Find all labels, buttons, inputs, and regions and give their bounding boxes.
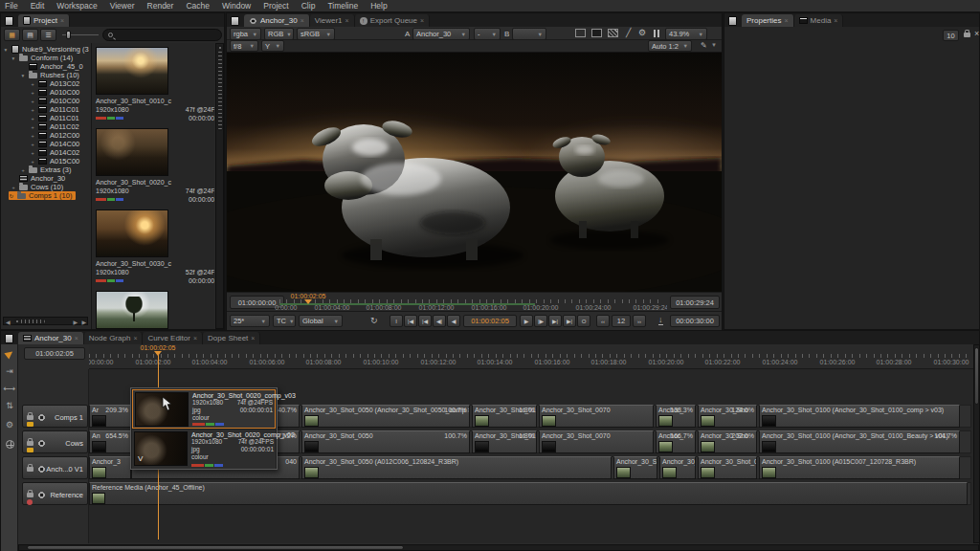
timeline-vscrollbar[interactable] <box>973 344 980 543</box>
timeline-clip[interactable]: Ar209.3% <box>89 405 131 428</box>
close-icon[interactable]: × <box>75 335 78 342</box>
panel-icon[interactable] <box>5 16 13 26</box>
close-icon[interactable]: × <box>60 17 64 24</box>
view-grid-button[interactable]: ▦ <box>4 29 20 41</box>
downrez-dropdown[interactable]: Auto 1:2▼ <box>648 40 692 52</box>
visibility-eye-icon[interactable] <box>37 492 46 498</box>
bin-item-thumbnail[interactable] <box>96 209 168 257</box>
tree-item[interactable]: ▾Conform (14) <box>11 54 73 62</box>
node-count-field[interactable]: 10 <box>943 30 959 41</box>
tab-media[interactable]: Media× <box>794 14 844 27</box>
tree-item[interactable]: ▾Rushes (10) <box>20 71 79 79</box>
timeline-clip[interactable]: Anchor_30_Shot_0050 (Anchor_30_Shot_0050… <box>301 405 470 428</box>
menu-clip[interactable]: Clip <box>301 1 316 11</box>
range-dropdown[interactable]: Global▼ <box>299 315 343 327</box>
skip-back-button[interactable]: ‹‹ <box>596 315 610 327</box>
display-dropdown[interactable]: RGB▼ <box>264 28 294 40</box>
panel-icon[interactable] <box>231 16 239 26</box>
tree-item[interactable]: Anchor_30 <box>11 174 65 183</box>
close-icon[interactable]: × <box>834 17 837 24</box>
gain-dropdown[interactable]: f/8▼ <box>230 40 258 52</box>
panel-icon[interactable] <box>5 334 13 343</box>
close-icon[interactable]: × <box>420 17 424 24</box>
tree-item[interactable]: Anchor_45_0 <box>20 62 83 71</box>
monitor-out-icon[interactable] <box>575 29 586 37</box>
timeline-clip[interactable]: Anchor_30_Shot_0100 (Anchor_30_Shot_0100… <box>759 405 960 428</box>
bin-item-thumbnail[interactable] <box>96 128 168 176</box>
roi-gear-icon[interactable]: ⚙ <box>638 28 646 37</box>
blend-dropdown[interactable]: -▼ <box>474 28 501 40</box>
timeline-clip[interactable]: Anchor_30_Shot_0070 <box>659 456 696 479</box>
timeline-clip[interactable]: Anchor_30_Shot_0100 (Anchor_30_Shot_0100… <box>759 430 960 453</box>
tree-item[interactable]: +A011C01 <box>30 114 79 122</box>
timeline-clip-reference[interactable]: Reference Media (Anchor_45_Offline) <box>89 482 968 505</box>
tab-viewer1[interactable]: Viewer1× <box>310 14 355 27</box>
menu-edit[interactable]: Edit <box>31 1 45 11</box>
multi-tool[interactable] <box>2 347 17 361</box>
bin-item-caption[interactable]: Anchor_30_Shot_0020_c 1920x108074f @24FP… <box>96 179 214 205</box>
track-header-comps[interactable]: Comps 1 <box>22 405 88 428</box>
menu-timeline[interactable]: Timeline <box>327 1 358 11</box>
view-list-button[interactable]: ☰ <box>40 29 56 41</box>
panel-icon[interactable] <box>728 16 737 26</box>
channels-dropdown[interactable]: rgba▼ <box>230 28 261 40</box>
close-icon[interactable]: × <box>251 335 255 342</box>
close-icon[interactable]: × <box>301 17 304 24</box>
loop-icon[interactable]: ↻ <box>370 316 378 325</box>
close-icon[interactable]: × <box>193 335 197 342</box>
visibility-eye-icon[interactable] <box>37 440 46 447</box>
tab-export-queue[interactable]: Export Queue× <box>355 14 430 27</box>
export-frame-icon[interactable]: ↓ <box>658 315 663 325</box>
bin-item-caption[interactable]: Anchor_30_Shot_0030_c 1920x108052f @24FP… <box>96 260 214 286</box>
timeline-hscrollbar[interactable] <box>18 544 979 551</box>
checkerboard-icon[interactable] <box>608 29 618 37</box>
duration-timecode[interactable]: 00:00:30:00 <box>670 315 720 327</box>
scroll-left-icon[interactable]: ◀ <box>6 319 11 325</box>
visibility-eye-icon[interactable] <box>37 414 46 421</box>
close-icon[interactable]: × <box>345 17 349 24</box>
menu-render[interactable]: Render <box>147 1 174 11</box>
bin-vscrollbar[interactable] <box>215 43 224 329</box>
in-point-button[interactable]: I <box>390 315 403 327</box>
tree-item[interactable]: ▾Nuke9_Versioning (3 <box>3 45 89 54</box>
bin-item-caption[interactable]: Anchor_30_Shot_0010_c 1920x108047f @24FP… <box>96 98 214 123</box>
tab-viewer-anchor30[interactable]: Anchor_30× <box>244 14 310 27</box>
tree-item[interactable]: +Extras (3) <box>20 165 72 174</box>
skip-forward-button[interactable]: ›› <box>633 315 646 327</box>
tree-item[interactable]: +A014C00 <box>30 140 79 148</box>
slider-knob[interactable] <box>66 31 71 39</box>
razor-settings-tool[interactable]: ⚙ <box>2 418 17 431</box>
lock-icon[interactable] <box>27 415 33 420</box>
scroll-right-icon[interactable]: ▶ <box>73 319 78 325</box>
input-a-dropdown[interactable]: Anchor_30▼ <box>412 28 470 40</box>
frame-increment-field[interactable]: 12 <box>612 315 631 327</box>
tree-item[interactable]: +A013C02 <box>30 79 79 88</box>
tab-node-graph[interactable]: Node Graph× <box>84 332 144 344</box>
timeline-clip[interactable]: Anchor_30_Sho124.0% <box>698 405 757 428</box>
tab-project[interactable]: Project × <box>18 14 70 27</box>
timeline-clip[interactable]: Anchor_3 <box>89 456 131 479</box>
menu-help[interactable]: Help <box>370 1 387 11</box>
next-edit-button[interactable]: ▶| <box>548 315 562 327</box>
close-icon[interactable]: × <box>133 335 137 342</box>
tab-dope-sheet[interactable]: Dope Sheet× <box>203 332 260 344</box>
input-b-dropdown[interactable]: ▼ <box>512 28 546 40</box>
menu-project[interactable]: Project <box>263 1 288 11</box>
view-cards-button[interactable]: ▤ <box>22 29 38 41</box>
timeline-clip[interactable]: Anchor_30_Shot_0050100.7% <box>301 430 470 453</box>
menu-cache[interactable]: Cache <box>186 1 210 11</box>
go-to-end-button[interactable]: ▶| <box>563 315 576 327</box>
lock-icon[interactable] <box>964 33 970 37</box>
play-backward-button[interactable]: ◀ <box>447 315 460 327</box>
step-back-button[interactable]: ◀| <box>433 315 446 327</box>
bin-item-thumbnail[interactable] <box>96 291 168 329</box>
timeline-current-timecode[interactable]: 01:00:02:05 <box>24 347 85 360</box>
tree-item[interactable]: +A010C00 <box>30 97 79 105</box>
tab-timeline-anchor30[interactable]: Anchor_30× <box>18 332 84 344</box>
timeline-clip[interactable]: Anchor_30_Shot_0060 <box>613 456 657 479</box>
timeline-clip[interactable]: Anchor_30_Shot_0070 <box>539 430 654 453</box>
version-item-v03[interactable]: Anchor_30_Shot_0020_comp_v03 1920x108074… <box>132 389 276 429</box>
timeline-clip[interactable]: Anchor_30_Shot_0100 (A015C007_120728_R3B… <box>759 456 960 479</box>
tab-properties[interactable]: Properties× <box>742 14 794 27</box>
clear-panel-icon[interactable]: × <box>974 29 979 38</box>
